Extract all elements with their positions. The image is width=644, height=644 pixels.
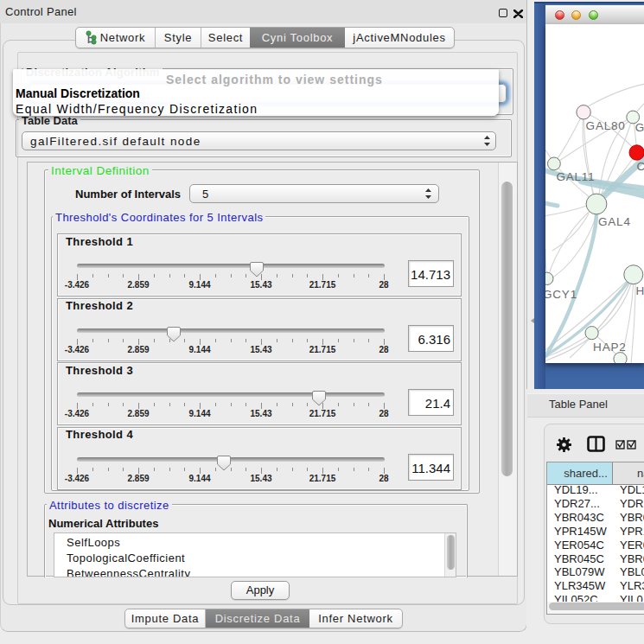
- svg-text:GAL80: GAL80: [586, 119, 626, 132]
- svg-text:GAL4: GAL4: [598, 215, 631, 228]
- svg-text:GAL11: GAL11: [556, 170, 595, 183]
- svg-text:HAP2: HAP2: [593, 341, 626, 354]
- svg-text:H: H: [636, 284, 644, 297]
- svg-text:GCY1: GCY1: [545, 288, 577, 301]
- svg-text:GA: GA: [635, 121, 644, 134]
- svg-text:C: C: [637, 160, 644, 173]
